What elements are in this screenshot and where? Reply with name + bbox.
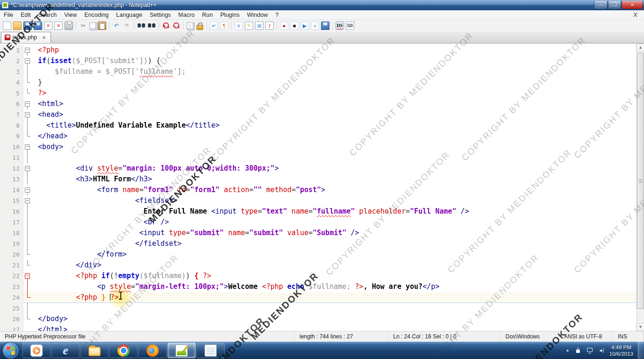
title-bar[interactable]: *C:\wamp\www\undefined_variable\index.ph… [0, 0, 644, 10]
scroll-down-arrow[interactable]: ▼ [637, 323, 644, 331]
close-button[interactable]: ✕ [622, 1, 643, 9]
fold-margin[interactable] [23, 217, 32, 228]
taskbar-firefox[interactable] [139, 343, 167, 358]
menu-run[interactable]: Run [198, 10, 217, 20]
indent-guide-icon[interactable]: ≡ [234, 22, 243, 30]
redo-icon[interactable]: ↷ [123, 22, 131, 30]
fold-margin[interactable] [23, 142, 32, 152]
fold-margin[interactable] [23, 120, 32, 131]
copy-icon[interactable] [89, 22, 96, 29]
fold-margin[interactable] [23, 131, 32, 142]
fold-margin[interactable] [23, 195, 32, 206]
menu-window[interactable]: Window [243, 10, 271, 20]
taskbar-notepad-plus-plus[interactable] [168, 343, 196, 358]
fold-margin[interactable] [23, 271, 32, 281]
fold-margin[interactable] [23, 260, 32, 271]
doc-map-icon[interactable]: ▤ [255, 22, 263, 30]
vertical-scrollbar[interactable]: ▲ ▼ [636, 43, 644, 331]
plugin-icon[interactable]: ⌨ [346, 22, 354, 30]
volume-icon[interactable]: ◄) [599, 348, 604, 353]
close-all-icon[interactable]: ✕ [54, 22, 63, 30]
fold-margin[interactable] [23, 163, 32, 174]
save-icon[interactable] [23, 22, 32, 30]
scrollbar-thumb[interactable] [637, 53, 644, 309]
tab-close-icon[interactable]: ✕ [41, 35, 47, 41]
status-insert-mode[interactable]: INS [613, 331, 644, 342]
fold-margin[interactable] [23, 238, 32, 249]
tray-expand-icon[interactable]: ▲ [566, 348, 570, 352]
menu-search[interactable]: Search [35, 10, 61, 20]
fold-margin[interactable] [23, 185, 32, 195]
stop-macro-icon[interactable]: ■ [290, 22, 299, 30]
close-file-icon[interactable]: ✕ [44, 22, 52, 30]
run-macro-multiple-icon[interactable]: » [311, 22, 319, 30]
code-text: } [32, 77, 42, 88]
cut-icon[interactable]: ✂ [79, 22, 88, 30]
status-encoding[interactable]: ANSI as UTF-8 [559, 331, 613, 342]
taskbar-ie[interactable]: e [51, 343, 80, 358]
taskbar-notepad[interactable] [197, 343, 225, 358]
show-desktop-button[interactable] [638, 342, 644, 359]
fold-margin[interactable] [23, 314, 32, 324]
save-macro-icon[interactable] [321, 22, 329, 30]
lock-icon[interactable] [195, 22, 204, 30]
fold-margin[interactable] [23, 228, 32, 238]
taskbar-wmp[interactable] [22, 343, 51, 358]
fold-margin[interactable] [23, 109, 32, 120]
fold-margin[interactable] [23, 292, 32, 303]
fold-margin[interactable] [23, 206, 32, 217]
fold-margin[interactable] [23, 56, 32, 66]
menu-plugins[interactable]: Plugins [217, 10, 243, 20]
dspellcheck-icon[interactable]: DS [336, 22, 344, 30]
network-icon[interactable] [586, 347, 593, 353]
fold-margin[interactable] [23, 174, 32, 185]
print-icon[interactable] [65, 22, 73, 30]
replace-icon[interactable] [147, 22, 156, 30]
tab-index-php[interactable]: index.php ✕ [1, 32, 51, 43]
show-all-characters-icon[interactable]: ¶ [220, 22, 228, 30]
taskbar-explorer[interactable] [80, 343, 109, 358]
start-button[interactable] [3, 343, 19, 359]
sync-vertical-scroll-icon[interactable]: ↕ [187, 22, 193, 29]
fold-margin[interactable] [23, 249, 32, 260]
menu-macro[interactable]: Macro [175, 10, 198, 20]
minimize-button[interactable]: — [594, 1, 607, 9]
undo-icon[interactable]: ↶ [112, 22, 121, 30]
word-wrap-icon[interactable]: ↵ [210, 22, 218, 30]
function-list-icon[interactable]: ƒ [265, 22, 274, 30]
fold-margin[interactable] [23, 77, 32, 88]
fold-margin[interactable] [23, 152, 32, 163]
open-file-icon[interactable] [13, 22, 22, 30]
user-defined-dialog-icon[interactable]: ✎ [245, 22, 253, 30]
power-plug-icon[interactable] [575, 348, 581, 353]
fold-margin[interactable] [23, 99, 32, 109]
save-all-icon[interactable] [34, 22, 42, 30]
fold-margin[interactable] [23, 324, 32, 331]
fold-margin[interactable] [23, 45, 32, 56]
taskbar-chrome[interactable] [110, 343, 138, 358]
record-macro-icon[interactable]: ● [280, 22, 288, 30]
menu-encoding[interactable]: Encoding [80, 10, 112, 20]
editor-area[interactable]: 1<?php2if(isset($_POST['submit'])) {3 $f… [0, 43, 644, 331]
menu-edit[interactable]: Edit [17, 10, 35, 20]
menu-file[interactable]: File [0, 10, 17, 20]
restore-button[interactable]: ❐ [608, 1, 621, 9]
new-file-icon[interactable] [3, 22, 11, 30]
zoom-out-icon[interactable]: − [172, 22, 181, 30]
menu-help[interactable]: ? [271, 10, 282, 20]
zoom-in-icon[interactable]: + [162, 22, 170, 30]
fold-margin[interactable] [23, 303, 32, 314]
menu-view[interactable]: View [60, 10, 80, 20]
menu-language[interactable]: Language [112, 10, 146, 20]
taskbar-clock[interactable]: 4:49 PM 10/6/2013 [609, 344, 633, 357]
playback-macro-icon[interactable]: ▶ [300, 22, 309, 30]
fold-margin[interactable] [23, 66, 32, 77]
paste-icon[interactable] [98, 22, 106, 30]
scroll-up-arrow[interactable]: ▲ [637, 43, 644, 51]
status-eol-format[interactable]: Dos\Windows [501, 331, 559, 342]
find-icon[interactable] [137, 22, 146, 30]
menu-settings[interactable]: Settings [146, 10, 175, 20]
menu-close-document-button[interactable]: X [627, 11, 644, 18]
fold-margin[interactable] [23, 88, 32, 99]
fold-margin[interactable] [23, 281, 32, 292]
